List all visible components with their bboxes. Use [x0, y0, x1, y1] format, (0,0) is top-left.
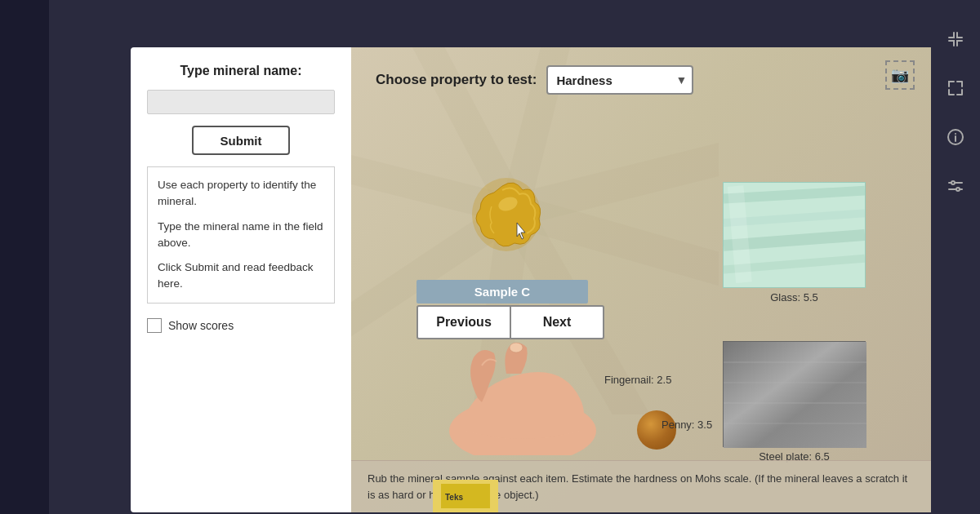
- main-content: Type mineral name: Submit Use each prope…: [49, 0, 931, 514]
- mineral-name-input[interactable]: [147, 90, 335, 114]
- bottom-logo: Teks: [433, 480, 498, 512]
- logo-svg: Teks: [441, 484, 490, 508]
- compress-icon[interactable]: [941, 24, 970, 54]
- instruction-line2: Type the mineral name in the field above…: [158, 219, 324, 252]
- svg-point-22: [510, 343, 523, 352]
- camera-icon[interactable]: 📷: [885, 60, 915, 90]
- hand-area: [400, 284, 645, 447]
- property-select[interactable]: Hardness Color Streak Luster Cleavage: [546, 65, 693, 95]
- expand-icon[interactable]: [941, 73, 970, 103]
- penny-label: Penny: 3.5: [662, 419, 712, 431]
- choose-property-section: Choose property to test: Hardness Color …: [376, 65, 693, 95]
- right-sidebar: [931, 0, 980, 514]
- camera-icon-area: 📷: [885, 60, 915, 90]
- fingernail-label: Fingernail: 2.5: [604, 374, 671, 386]
- show-scores-checkbox[interactable]: [147, 318, 162, 333]
- settings-icon[interactable]: [941, 171, 970, 201]
- glass-svg: [724, 182, 865, 288]
- show-scores-row: Show scores: [147, 318, 335, 333]
- property-select-wrapper: Hardness Color Streak Luster Cleavage ▼: [546, 65, 693, 95]
- gold-mineral-svg: [457, 162, 555, 268]
- svg-point-27: [955, 133, 956, 135]
- svg-text:Teks: Teks: [445, 493, 463, 502]
- steel-image: [723, 341, 866, 447]
- show-scores-label: Show scores: [168, 319, 234, 332]
- svg-point-30: [951, 181, 955, 184]
- interactive-panel: Choose property to test: Hardness Color …: [351, 47, 931, 512]
- steel-reference: Steel plate: 6.5: [723, 341, 866, 463]
- glass-image: [723, 182, 866, 288]
- instruction-line3: Click Submit and read feedback here.: [158, 259, 324, 293]
- steel-svg: [724, 342, 866, 448]
- glass-reference: Glass: 5.5: [723, 182, 866, 304]
- info-icon[interactable]: [941, 122, 970, 152]
- hand-svg: [400, 284, 645, 455]
- mineral-name-label: Type mineral name:: [147, 64, 335, 78]
- mineral-sample: [457, 162, 555, 271]
- submit-button[interactable]: Submit: [192, 126, 290, 155]
- svg-point-31: [956, 188, 960, 191]
- glass-label: Glass: 5.5: [723, 291, 866, 304]
- svg-rect-16: [724, 342, 866, 448]
- instructions-box: Use each property to identify the minera…: [147, 166, 335, 304]
- instruction-line1: Use each property to identify the minera…: [158, 177, 324, 210]
- left-sidebar: [0, 0, 49, 514]
- left-panel: Type mineral name: Submit Use each prope…: [131, 47, 351, 512]
- choose-property-label: Choose property to test:: [376, 72, 537, 88]
